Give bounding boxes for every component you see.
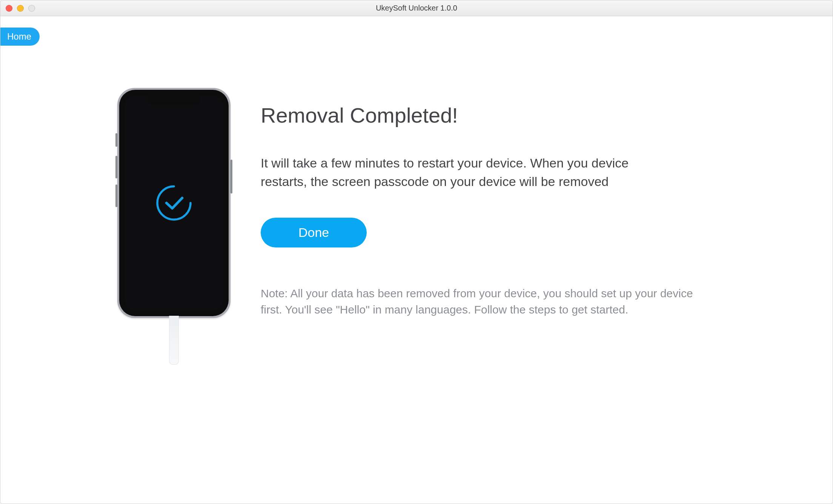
main-row: Removal Completed! It will take a few mi… [0, 16, 833, 365]
phone-illustration [114, 88, 234, 365]
done-button[interactable]: Done [261, 218, 367, 247]
check-circle-icon [153, 182, 195, 224]
cable-icon [169, 316, 179, 365]
phone-side-button [115, 184, 117, 207]
close-window-button[interactable] [6, 5, 12, 12]
home-button-label: Home [7, 31, 31, 41]
content-area: Home [0, 16, 833, 504]
maximize-window-button[interactable] [28, 5, 35, 12]
window-controls [6, 5, 35, 12]
phone-screen [124, 95, 223, 311]
phone-side-button [115, 156, 117, 178]
minimize-window-button[interactable] [17, 5, 24, 12]
app-window: UkeySoft Unlocker 1.0.0 Home [0, 0, 833, 504]
text-column: Removal Completed! It will take a few mi… [261, 88, 706, 318]
phone-icon [117, 88, 231, 318]
page-title: Removal Completed! [261, 103, 706, 128]
window-title: UkeySoft Unlocker 1.0.0 [0, 4, 833, 12]
phone-notch [148, 95, 200, 105]
done-button-label: Done [298, 225, 329, 240]
description-text: It will take a few minutes to restart yo… [261, 154, 676, 191]
phone-side-button [231, 160, 232, 194]
phone-side-button [115, 133, 117, 147]
note-text: Note: All your data has been removed fro… [261, 285, 695, 318]
home-button[interactable]: Home [0, 28, 40, 46]
titlebar: UkeySoft Unlocker 1.0.0 [0, 0, 833, 16]
